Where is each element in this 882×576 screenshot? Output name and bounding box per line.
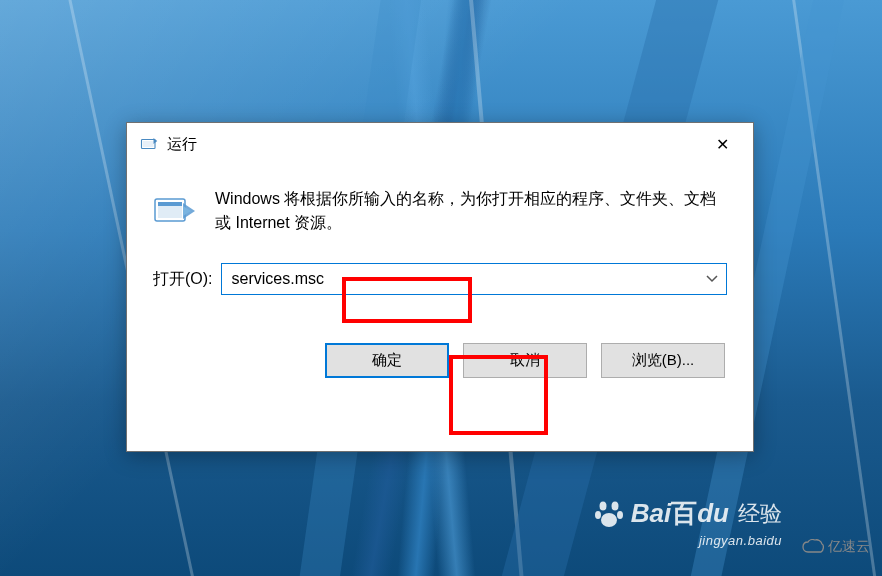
baidu-url-text: jingyan.baidu — [699, 533, 782, 548]
cancel-button[interactable]: 取消 — [463, 343, 587, 378]
title-bar[interactable]: 运行 ✕ — [127, 123, 753, 165]
dialog-description: Windows 将根据你所输入的名称，为你打开相应的程序、文件夹、文档或 Int… — [215, 187, 727, 235]
baidu-product-text: 经验 — [738, 499, 782, 529]
baidu-watermark: Bai百du 经验 jingyan.baidu — [593, 496, 782, 548]
dialog-title: 运行 — [167, 135, 699, 154]
chevron-down-icon[interactable] — [698, 275, 726, 283]
svg-point-6 — [611, 501, 618, 510]
svg-point-7 — [595, 511, 601, 519]
ok-button[interactable]: 确定 — [325, 343, 449, 378]
open-combobox[interactable] — [221, 263, 727, 295]
baidu-brand-text: Bai百du — [631, 496, 729, 531]
close-icon: ✕ — [716, 135, 729, 154]
run-dialog: 运行 ✕ Windows 将根据你所输入的名称，为你打开相应的程序、文件夹、文档… — [126, 122, 754, 452]
svg-rect-1 — [143, 141, 154, 147]
svg-point-5 — [599, 501, 606, 510]
close-button[interactable]: ✕ — [699, 128, 745, 160]
cloud-icon — [802, 539, 824, 555]
yisu-watermark: 亿速云 — [802, 538, 870, 556]
svg-point-8 — [617, 511, 623, 519]
dialog-body: Windows 将根据你所输入的名称，为你打开相应的程序、文件夹、文档或 Int… — [127, 165, 753, 398]
open-input[interactable] — [222, 264, 698, 294]
browse-button[interactable]: 浏览(B)... — [601, 343, 725, 378]
yisu-text: 亿速云 — [828, 538, 870, 556]
svg-point-9 — [601, 513, 617, 527]
run-program-icon — [153, 191, 197, 231]
input-label: 打开(O): — [153, 269, 213, 290]
button-row: 确定 取消 浏览(B)... — [153, 343, 727, 378]
svg-rect-4 — [158, 202, 182, 206]
run-title-icon — [139, 134, 159, 154]
paw-icon — [593, 498, 625, 530]
